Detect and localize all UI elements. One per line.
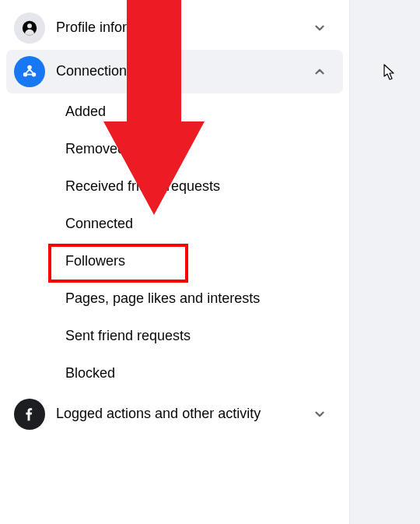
sub-sent-friend-requests[interactable]: Sent friend requests	[6, 318, 343, 355]
sub-label: Connected	[65, 215, 133, 233]
sub-removed[interactable]: Removed	[6, 131, 343, 168]
sub-label: Pages, page likes and interests	[65, 290, 260, 308]
menu-profile-information[interactable]: Profile information	[6, 6, 343, 50]
chevron-up-icon	[312, 64, 327, 79]
sub-blocked[interactable]: Blocked	[6, 355, 343, 392]
sub-label: Added	[65, 103, 106, 121]
menu-connections[interactable]: Connections	[6, 50, 343, 93]
settings-sidebar: Profile information Connections Added Re…	[0, 0, 349, 524]
sub-label: Followers	[65, 252, 125, 270]
menu-logged-actions[interactable]: Logged actions and other activity	[6, 392, 343, 436]
sub-label: Removed	[65, 140, 125, 158]
sub-label: Received friend requests	[65, 178, 220, 195]
connections-icon	[14, 56, 45, 87]
sub-connected[interactable]: Connected	[6, 206, 343, 243]
sub-received-friend-requests[interactable]: Received friend requests	[6, 168, 343, 206]
right-pane	[349, 0, 420, 524]
sub-label: Sent friend requests	[65, 327, 191, 345]
menu-label: Connections	[56, 62, 312, 80]
sub-added[interactable]: Added	[6, 93, 343, 131]
svg-point-2	[27, 65, 32, 70]
sub-label: Blocked	[65, 364, 115, 382]
menu-label: Profile information	[56, 19, 312, 37]
sub-pages-likes-interests[interactable]: Pages, page likes and interests	[6, 280, 343, 318]
menu-label: Logged actions and other activity	[56, 405, 312, 423]
facebook-logo-icon	[14, 399, 45, 430]
chevron-down-icon	[312, 20, 327, 36]
svg-point-1	[27, 23, 32, 28]
chevron-down-icon	[312, 406, 327, 422]
sub-followers[interactable]: Followers	[6, 243, 343, 280]
profile-icon	[14, 12, 45, 44]
